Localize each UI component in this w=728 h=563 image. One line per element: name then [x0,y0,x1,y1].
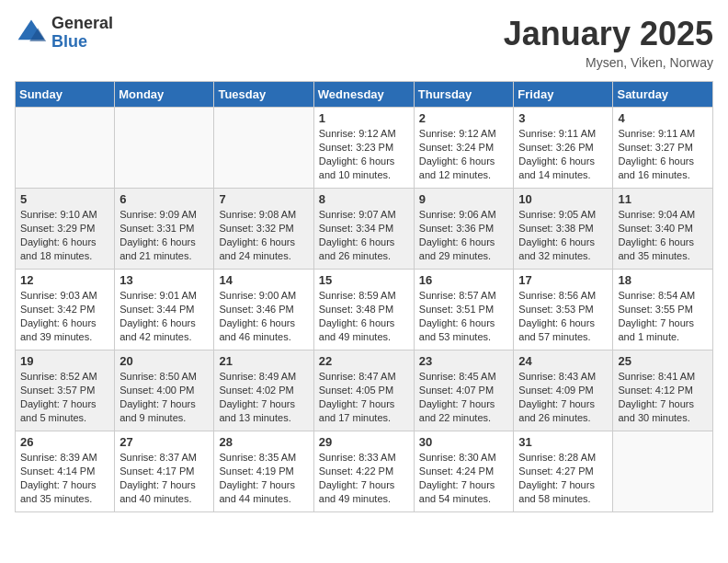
calendar-cell: 10Sunrise: 9:05 AMSunset: 3:38 PMDayligh… [514,189,613,270]
title-section: January 2025 Mysen, Viken, Norway [504,15,713,70]
cell-text: Sunrise: 8:45 AMSunset: 4:07 PMDaylight:… [419,371,496,423]
cell-text: Sunrise: 8:35 AMSunset: 4:19 PMDaylight:… [219,452,296,504]
weekday-header-saturday: Saturday [613,82,713,108]
cell-text: Sunrise: 9:01 AMSunset: 3:44 PMDaylight:… [119,290,197,342]
cell-text: Sunrise: 9:11 AMSunset: 3:26 PMDaylight:… [518,128,596,180]
day-number: 29 [319,435,409,449]
calendar-subtitle: Mysen, Viken, Norway [504,55,713,70]
day-number: 31 [518,435,608,449]
calendar-cell: 13Sunrise: 9:01 AMSunset: 3:44 PMDayligh… [115,270,214,350]
cell-text: Sunrise: 9:07 AMSunset: 3:34 PMDaylight:… [319,209,396,261]
day-number: 30 [419,435,509,449]
cell-text: Sunrise: 8:47 AMSunset: 4:05 PMDaylight:… [319,371,396,423]
calendar-row-4: 19Sunrise: 8:52 AMSunset: 3:57 PMDayligh… [16,350,713,431]
logo-general: General [51,15,113,33]
calendar-row-2: 5Sunrise: 9:10 AMSunset: 3:29 PMDaylight… [16,189,713,270]
day-number: 4 [618,111,708,125]
day-number: 20 [119,354,209,368]
calendar-cell: 7Sunrise: 9:08 AMSunset: 3:32 PMDaylight… [214,189,313,270]
day-number: 24 [518,354,608,368]
calendar-cell: 27Sunrise: 8:37 AMSunset: 4:17 PMDayligh… [115,431,214,512]
cell-text: Sunrise: 8:33 AMSunset: 4:22 PMDaylight:… [319,452,396,504]
calendar-cell: 19Sunrise: 8:52 AMSunset: 3:57 PMDayligh… [16,350,115,431]
calendar-cell: 14Sunrise: 9:00 AMSunset: 3:46 PMDayligh… [214,270,313,350]
day-number: 14 [219,273,308,287]
cell-text: Sunrise: 8:52 AMSunset: 3:57 PMDaylight:… [20,371,97,423]
day-number: 7 [219,192,308,206]
day-number: 10 [518,192,608,206]
day-number: 12 [20,273,109,287]
cell-text: Sunrise: 8:43 AMSunset: 4:09 PMDaylight:… [518,371,596,423]
calendar-row-3: 12Sunrise: 9:03 AMSunset: 3:42 PMDayligh… [16,270,713,350]
cell-text: Sunrise: 8:41 AMSunset: 4:12 PMDaylight:… [618,371,695,423]
calendar-cell: 20Sunrise: 8:50 AMSunset: 4:00 PMDayligh… [115,350,214,431]
cell-text: Sunrise: 9:12 AMSunset: 3:23 PMDaylight:… [319,128,396,180]
cell-text: Sunrise: 8:54 AMSunset: 3:55 PMDaylight:… [618,290,695,342]
calendar-cell: 31Sunrise: 8:28 AMSunset: 4:27 PMDayligh… [514,431,613,512]
page-header: General Blue January 2025 Mysen, Viken, … [15,15,713,70]
logo-icon [15,17,48,50]
day-number: 8 [319,192,409,206]
day-number: 1 [319,111,409,125]
calendar-cell: 18Sunrise: 8:54 AMSunset: 3:55 PMDayligh… [613,270,713,350]
cell-text: Sunrise: 9:12 AMSunset: 3:24 PMDaylight:… [419,128,496,180]
cell-text: Sunrise: 8:49 AMSunset: 4:02 PMDaylight:… [219,371,296,423]
weekday-header-friday: Friday [514,82,613,108]
day-number: 9 [419,192,509,206]
calendar-table: SundayMondayTuesdayWednesdayThursdayFrid… [15,81,713,512]
calendar-cell: 16Sunrise: 8:57 AMSunset: 3:51 PMDayligh… [414,270,514,350]
day-number: 5 [20,192,109,206]
calendar-cell: 23Sunrise: 8:45 AMSunset: 4:07 PMDayligh… [414,350,514,431]
day-number: 11 [618,192,708,206]
cell-text: Sunrise: 9:05 AMSunset: 3:38 PMDaylight:… [518,209,596,261]
weekday-header-monday: Monday [115,82,214,108]
cell-text: Sunrise: 9:00 AMSunset: 3:46 PMDaylight:… [219,290,296,342]
calendar-cell [115,108,214,189]
day-number: 25 [618,354,708,368]
calendar-cell: 9Sunrise: 9:06 AMSunset: 3:36 PMDaylight… [414,189,514,270]
day-number: 2 [419,111,509,125]
logo-text: General Blue [51,15,113,52]
logo-blue: Blue [51,33,113,52]
cell-text: Sunrise: 8:56 AMSunset: 3:53 PMDaylight:… [518,290,596,342]
calendar-cell: 22Sunrise: 8:47 AMSunset: 4:05 PMDayligh… [313,350,414,431]
calendar-row-1: 1Sunrise: 9:12 AMSunset: 3:23 PMDaylight… [16,108,713,189]
calendar-cell: 28Sunrise: 8:35 AMSunset: 4:19 PMDayligh… [214,431,313,512]
cell-text: Sunrise: 8:30 AMSunset: 4:24 PMDaylight:… [419,452,496,504]
day-number: 6 [119,192,209,206]
day-number: 28 [219,435,308,449]
day-number: 22 [319,354,409,368]
cell-text: Sunrise: 9:10 AMSunset: 3:29 PMDaylight:… [20,209,97,261]
calendar-cell: 30Sunrise: 8:30 AMSunset: 4:24 PMDayligh… [414,431,514,512]
calendar-cell: 11Sunrise: 9:04 AMSunset: 3:40 PMDayligh… [613,189,713,270]
cell-text: Sunrise: 9:03 AMSunset: 3:42 PMDaylight:… [20,290,97,342]
day-number: 16 [419,273,509,287]
logo: General Blue [15,15,113,52]
calendar-cell: 4Sunrise: 9:11 AMSunset: 3:27 PMDaylight… [613,108,713,189]
calendar-cell [214,108,313,189]
calendar-cell: 2Sunrise: 9:12 AMSunset: 3:24 PMDaylight… [414,108,514,189]
weekday-header-wednesday: Wednesday [313,82,414,108]
day-number: 18 [618,273,708,287]
cell-text: Sunrise: 9:09 AMSunset: 3:31 PMDaylight:… [119,209,197,261]
cell-text: Sunrise: 9:04 AMSunset: 3:40 PMDaylight:… [618,209,695,261]
calendar-cell: 29Sunrise: 8:33 AMSunset: 4:22 PMDayligh… [313,431,414,512]
cell-text: Sunrise: 8:59 AMSunset: 3:48 PMDaylight:… [319,290,396,342]
day-number: 13 [119,273,209,287]
weekday-header-row: SundayMondayTuesdayWednesdayThursdayFrid… [16,82,713,108]
day-number: 27 [119,435,209,449]
calendar-cell: 15Sunrise: 8:59 AMSunset: 3:48 PMDayligh… [313,270,414,350]
day-number: 23 [419,354,509,368]
calendar-cell [613,431,713,512]
calendar-cell: 24Sunrise: 8:43 AMSunset: 4:09 PMDayligh… [514,350,613,431]
calendar-cell: 25Sunrise: 8:41 AMSunset: 4:12 PMDayligh… [613,350,713,431]
day-number: 26 [20,435,109,449]
cell-text: Sunrise: 8:37 AMSunset: 4:17 PMDaylight:… [119,452,197,504]
weekday-header-thursday: Thursday [414,82,514,108]
calendar-cell: 12Sunrise: 9:03 AMSunset: 3:42 PMDayligh… [16,270,115,350]
day-number: 15 [319,273,409,287]
cell-text: Sunrise: 8:57 AMSunset: 3:51 PMDaylight:… [419,290,496,342]
day-number: 19 [20,354,109,368]
calendar-cell: 26Sunrise: 8:39 AMSunset: 4:14 PMDayligh… [16,431,115,512]
day-number: 21 [219,354,308,368]
